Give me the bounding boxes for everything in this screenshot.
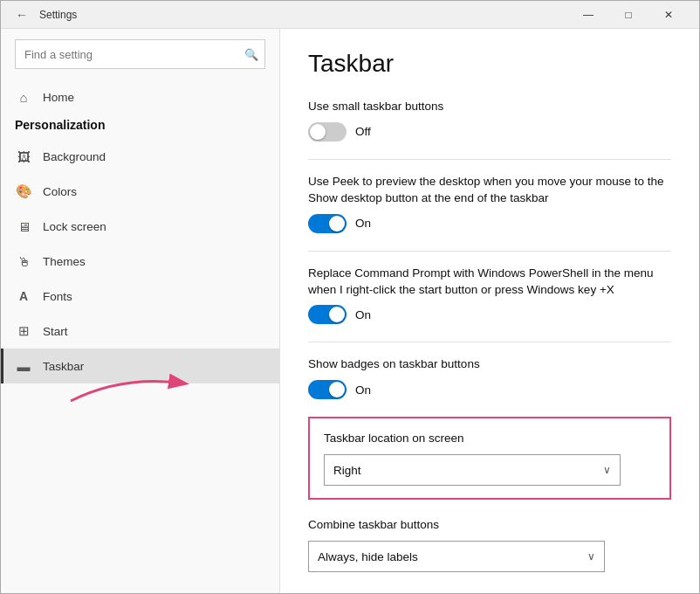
- titlebar: ← Settings — □ ✕: [1, 1, 699, 29]
- background-icon: 🖼: [15, 148, 32, 165]
- sidebar-item-fonts-label: Fonts: [43, 290, 72, 303]
- lock-screen-icon: 🖥: [15, 218, 32, 235]
- taskbar-location-label: Taskbar location on screen: [324, 431, 655, 447]
- sidebar-item-background-label: Background: [43, 150, 106, 163]
- close-button[interactable]: ✕: [649, 1, 689, 29]
- taskbar-location-value: Right: [333, 464, 361, 477]
- maximize-button[interactable]: □: [608, 1, 649, 29]
- badges-knob: [329, 382, 345, 397]
- window-controls: — □ ✕: [568, 1, 689, 29]
- minimize-button[interactable]: —: [568, 1, 608, 29]
- badges-label: Show badges on taskbar buttons: [308, 356, 671, 373]
- page-title: Taskbar: [308, 50, 671, 78]
- sidebar: 🔍 ⌂ Home Personalization 🖼 Background 🎨 …: [1, 29, 280, 593]
- peek-state: On: [355, 217, 371, 230]
- fonts-icon: A: [15, 287, 32, 305]
- sidebar-item-colors[interactable]: 🎨 Colors: [1, 174, 279, 209]
- setting-combine-buttons: Combine taskbar buttons Always, hide lab…: [308, 517, 671, 572]
- settings-window: ← Settings — □ ✕ 🔍 ⌂ Home Personalizatio…: [0, 0, 700, 594]
- small-taskbar-toggle-row: Off: [308, 122, 671, 142]
- combine-buttons-dropdown[interactable]: Always, hide labels ∨: [308, 541, 605, 572]
- sidebar-item-home[interactable]: ⌂ Home: [1, 79, 279, 114]
- taskbar-icon: ▬: [15, 357, 32, 375]
- badges-toggle-row: On: [308, 380, 671, 399]
- combine-buttons-chevron: ∨: [587, 550, 595, 563]
- sidebar-section-title: Personalization: [1, 114, 279, 139]
- sidebar-item-lock-screen[interactable]: 🖥 Lock screen: [1, 209, 279, 244]
- sidebar-item-start[interactable]: ⊞ Start: [1, 314, 279, 349]
- search-input[interactable]: [15, 39, 265, 69]
- taskbar-location-section: Taskbar location on screen Right ∨: [308, 417, 671, 500]
- powershell-knob: [329, 307, 345, 322]
- small-taskbar-toggle[interactable]: [308, 122, 347, 142]
- sidebar-item-lock-screen-label: Lock screen: [43, 220, 106, 233]
- peek-toggle-row: On: [308, 214, 671, 233]
- sidebar-item-themes[interactable]: 🖱 Themes: [1, 244, 279, 279]
- setting-small-taskbar: Use small taskbar buttons Off: [308, 99, 671, 142]
- divider-1: [308, 159, 671, 160]
- home-icon: ⌂: [15, 88, 32, 106]
- powershell-toggle[interactable]: [308, 305, 347, 324]
- search-wrapper: 🔍: [15, 39, 265, 69]
- peek-label: Use Peek to preview the desktop when you…: [308, 174, 671, 207]
- start-icon: ⊞: [15, 322, 32, 340]
- colors-icon: 🎨: [15, 183, 32, 200]
- taskbar-location-dropdown[interactable]: Right ∨: [324, 454, 621, 486]
- combine-buttons-value: Always, hide labels: [318, 550, 418, 563]
- main-content: 🔍 ⌂ Home Personalization 🖼 Background 🎨 …: [1, 29, 699, 593]
- small-taskbar-knob: [310, 124, 326, 140]
- main-panel: Taskbar Use small taskbar buttons Off Us…: [280, 29, 699, 593]
- small-taskbar-label: Use small taskbar buttons: [308, 99, 671, 115]
- sidebar-item-colors-label: Colors: [43, 185, 77, 198]
- sidebar-item-home-label: Home: [43, 91, 74, 104]
- sidebar-item-background[interactable]: 🖼 Background: [1, 139, 279, 174]
- setting-powershell: Replace Command Prompt with Windows Powe…: [308, 266, 671, 325]
- setting-badges: Show badges on taskbar buttons On: [308, 356, 671, 399]
- setting-peek: Use Peek to preview the desktop when you…: [308, 174, 671, 233]
- peek-toggle[interactable]: [308, 214, 347, 233]
- powershell-toggle-row: On: [308, 305, 671, 324]
- powershell-label: Replace Command Prompt with Windows Powe…: [308, 266, 671, 299]
- sidebar-item-start-label: Start: [43, 325, 68, 338]
- search-icon: 🔍: [244, 48, 258, 61]
- themes-icon: 🖱: [15, 252, 32, 270]
- small-taskbar-state: Off: [355, 125, 371, 138]
- back-button[interactable]: ←: [11, 4, 32, 25]
- titlebar-title: Settings: [39, 9, 568, 21]
- taskbar-location-chevron: ∨: [603, 464, 611, 476]
- sidebar-item-fonts[interactable]: A Fonts: [1, 279, 279, 314]
- divider-2: [308, 251, 671, 252]
- badges-state: On: [355, 383, 371, 397]
- badges-toggle[interactable]: [308, 380, 347, 399]
- sidebar-item-themes-label: Themes: [43, 255, 86, 268]
- divider-3: [308, 342, 671, 342]
- powershell-state: On: [355, 308, 371, 321]
- combine-buttons-label: Combine taskbar buttons: [308, 517, 671, 534]
- peek-knob: [329, 216, 345, 231]
